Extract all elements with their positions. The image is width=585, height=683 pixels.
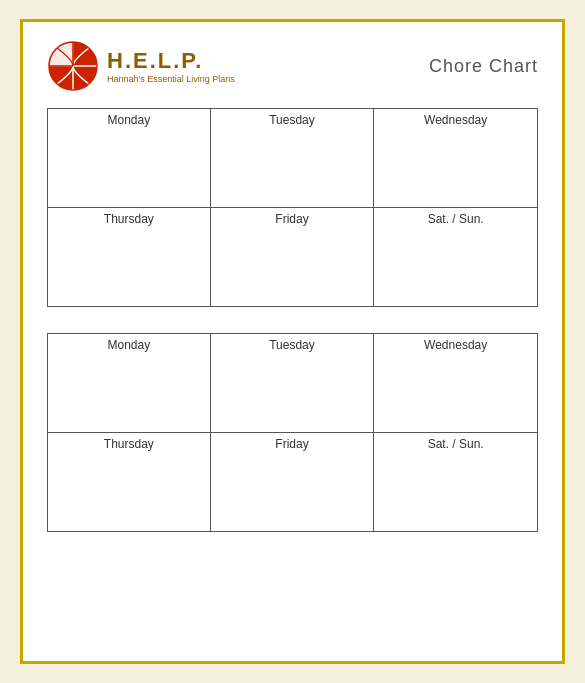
- cell-tuesday-1: Tuesday: [211, 108, 375, 208]
- friday-1-label: Friday: [211, 208, 374, 228]
- basketball-logo: [47, 40, 99, 92]
- friday-2-body: [211, 453, 374, 531]
- thursday-1-label: Thursday: [48, 208, 210, 228]
- logo-area: H.E.L.P. Hannah's Essential Living Plans: [47, 40, 235, 92]
- section-2-grid: Monday Tuesday Wednesday Thursday Friday: [47, 333, 538, 532]
- satsun-1-body: [374, 228, 537, 306]
- cell-wednesday-1: Wednesday: [374, 108, 538, 208]
- header: H.E.L.P. Hannah's Essential Living Plans…: [47, 40, 538, 92]
- cell-satsun-2: Sat. / Sun.: [374, 433, 538, 532]
- wednesday-1-label: Wednesday: [374, 109, 537, 129]
- satsun-1-label: Sat. / Sun.: [374, 208, 537, 228]
- monday-2-body: [48, 354, 210, 432]
- logo-text: H.E.L.P. Hannah's Essential Living Plans: [107, 48, 235, 84]
- tuesday-2-label: Tuesday: [211, 334, 374, 354]
- page: H.E.L.P. Hannah's Essential Living Plans…: [20, 19, 565, 664]
- cell-thursday-1: Thursday: [47, 208, 211, 307]
- monday-1-label: Monday: [48, 109, 210, 129]
- satsun-2-label: Sat. / Sun.: [374, 433, 537, 453]
- section-gap: [47, 321, 538, 333]
- wednesday-1-body: [374, 129, 537, 207]
- tuesday-1-label: Tuesday: [211, 109, 374, 129]
- section-2: Monday Tuesday Wednesday Thursday Friday: [47, 333, 538, 532]
- wednesday-2-body: [374, 354, 537, 432]
- monday-1-body: [48, 129, 210, 207]
- wednesday-2-label: Wednesday: [374, 334, 537, 354]
- section-1-grid: Monday Tuesday Wednesday Thursday Friday: [47, 108, 538, 307]
- cell-tuesday-2: Tuesday: [211, 333, 375, 433]
- cell-friday-1: Friday: [211, 208, 375, 307]
- monday-2-label: Monday: [48, 334, 210, 354]
- chore-chart-title: Chore Chart: [429, 56, 538, 77]
- tuesday-1-body: [211, 129, 374, 207]
- satsun-2-body: [374, 453, 537, 531]
- friday-2-label: Friday: [211, 433, 374, 453]
- cell-monday-1: Monday: [47, 108, 211, 208]
- cell-monday-2: Monday: [47, 333, 211, 433]
- cell-satsun-1: Sat. / Sun.: [374, 208, 538, 307]
- cell-wednesday-2: Wednesday: [374, 333, 538, 433]
- section-1: Monday Tuesday Wednesday Thursday Friday: [47, 108, 538, 307]
- thursday-2-label: Thursday: [48, 433, 210, 453]
- thursday-2-body: [48, 453, 210, 531]
- thursday-1-body: [48, 228, 210, 306]
- logo-help-text: H.E.L.P.: [107, 48, 235, 74]
- friday-1-body: [211, 228, 374, 306]
- cell-friday-2: Friday: [211, 433, 375, 532]
- tuesday-2-body: [211, 354, 374, 432]
- cell-thursday-2: Thursday: [47, 433, 211, 532]
- logo-tagline-text: Hannah's Essential Living Plans: [107, 74, 235, 84]
